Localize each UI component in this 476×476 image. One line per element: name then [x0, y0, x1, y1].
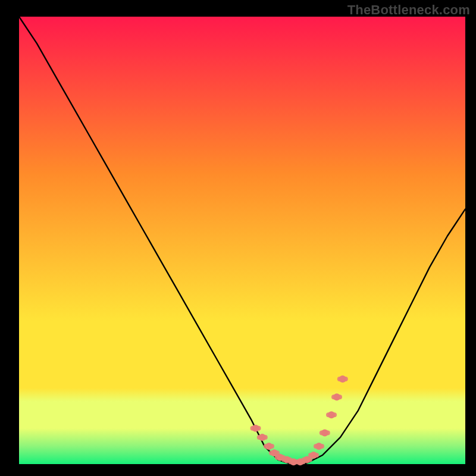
marker-dash [320, 430, 330, 435]
plot-background [19, 17, 465, 464]
chart-frame: TheBottleneck.com [0, 0, 476, 476]
marker-dash [302, 458, 312, 462]
marker-dash [326, 412, 337, 417]
marker-dash [331, 394, 342, 399]
marker-dash [264, 444, 274, 449]
marker-dash [250, 426, 261, 431]
marker-dash [257, 435, 268, 440]
marker-dash [308, 453, 319, 458]
marker-dash [337, 377, 348, 381]
marker-dash [314, 444, 324, 449]
watermark-text: TheBottleneck.com [347, 2, 470, 18]
bottleneck-plot [0, 0, 476, 476]
